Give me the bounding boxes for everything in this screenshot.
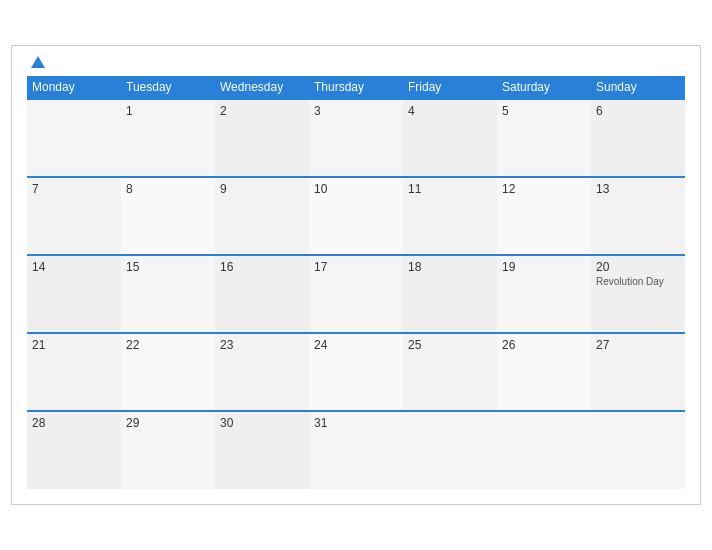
calendar-cell: 25 <box>403 333 497 411</box>
calendar-cell: 5 <box>497 99 591 177</box>
calendar-cell: 3 <box>309 99 403 177</box>
calendar-cell: 21 <box>27 333 121 411</box>
day-number: 18 <box>408 260 492 274</box>
calendar-cell: 29 <box>121 411 215 489</box>
day-number: 2 <box>220 104 304 118</box>
day-number: 14 <box>32 260 116 274</box>
calendar-week-row: 14151617181920Revolution Day <box>27 255 685 333</box>
calendar-container: MondayTuesdayWednesdayThursdayFridaySatu… <box>11 45 701 505</box>
weekday-header-monday: Monday <box>27 76 121 99</box>
day-number: 22 <box>126 338 210 352</box>
calendar-cell <box>497 411 591 489</box>
calendar-cell: 20Revolution Day <box>591 255 685 333</box>
day-number: 26 <box>502 338 586 352</box>
day-number: 12 <box>502 182 586 196</box>
calendar-week-row: 21222324252627 <box>27 333 685 411</box>
day-number: 8 <box>126 182 210 196</box>
day-number: 19 <box>502 260 586 274</box>
weekday-header-wednesday: Wednesday <box>215 76 309 99</box>
day-number: 1 <box>126 104 210 118</box>
calendar-cell: 17 <box>309 255 403 333</box>
calendar-cell: 28 <box>27 411 121 489</box>
calendar-cell: 30 <box>215 411 309 489</box>
day-number: 4 <box>408 104 492 118</box>
weekday-header-friday: Friday <box>403 76 497 99</box>
weekday-header-saturday: Saturday <box>497 76 591 99</box>
calendar-cell: 15 <box>121 255 215 333</box>
calendar-cell: 14 <box>27 255 121 333</box>
calendar-cell: 1 <box>121 99 215 177</box>
day-number: 13 <box>596 182 680 196</box>
day-number: 23 <box>220 338 304 352</box>
day-number: 27 <box>596 338 680 352</box>
weekday-header-thursday: Thursday <box>309 76 403 99</box>
logo-triangle-icon <box>31 56 45 68</box>
calendar-cell: 16 <box>215 255 309 333</box>
calendar-cell: 22 <box>121 333 215 411</box>
calendar-week-row: 123456 <box>27 99 685 177</box>
calendar-header <box>27 56 685 68</box>
calendar-week-row: 28293031 <box>27 411 685 489</box>
calendar-cell: 19 <box>497 255 591 333</box>
day-number: 31 <box>314 416 398 430</box>
calendar-cell: 8 <box>121 177 215 255</box>
day-number: 10 <box>314 182 398 196</box>
day-number: 25 <box>408 338 492 352</box>
day-number: 17 <box>314 260 398 274</box>
calendar-cell <box>591 411 685 489</box>
calendar-cell <box>27 99 121 177</box>
calendar-cell: 23 <box>215 333 309 411</box>
day-number: 6 <box>596 104 680 118</box>
calendar-cell: 26 <box>497 333 591 411</box>
calendar-cell: 12 <box>497 177 591 255</box>
calendar-cell: 27 <box>591 333 685 411</box>
calendar-cell: 31 <box>309 411 403 489</box>
calendar-cell: 13 <box>591 177 685 255</box>
calendar-grid: MondayTuesdayWednesdayThursdayFridaySatu… <box>27 76 685 489</box>
calendar-week-row: 78910111213 <box>27 177 685 255</box>
day-number: 11 <box>408 182 492 196</box>
weekday-header-row: MondayTuesdayWednesdayThursdayFridaySatu… <box>27 76 685 99</box>
calendar-cell <box>403 411 497 489</box>
day-number: 24 <box>314 338 398 352</box>
calendar-cell: 4 <box>403 99 497 177</box>
calendar-cell: 9 <box>215 177 309 255</box>
day-number: 21 <box>32 338 116 352</box>
day-number: 15 <box>126 260 210 274</box>
weekday-header-tuesday: Tuesday <box>121 76 215 99</box>
weekday-header-sunday: Sunday <box>591 76 685 99</box>
day-number: 28 <box>32 416 116 430</box>
calendar-cell: 24 <box>309 333 403 411</box>
logo <box>27 56 45 68</box>
calendar-cell: 6 <box>591 99 685 177</box>
calendar-cell: 11 <box>403 177 497 255</box>
calendar-cell: 7 <box>27 177 121 255</box>
day-number: 7 <box>32 182 116 196</box>
day-number: 30 <box>220 416 304 430</box>
day-number: 9 <box>220 182 304 196</box>
holiday-text: Revolution Day <box>596 276 680 287</box>
calendar-cell: 10 <box>309 177 403 255</box>
day-number: 16 <box>220 260 304 274</box>
day-number: 29 <box>126 416 210 430</box>
day-number: 5 <box>502 104 586 118</box>
day-number: 20 <box>596 260 680 274</box>
calendar-cell: 2 <box>215 99 309 177</box>
calendar-cell: 18 <box>403 255 497 333</box>
day-number: 3 <box>314 104 398 118</box>
